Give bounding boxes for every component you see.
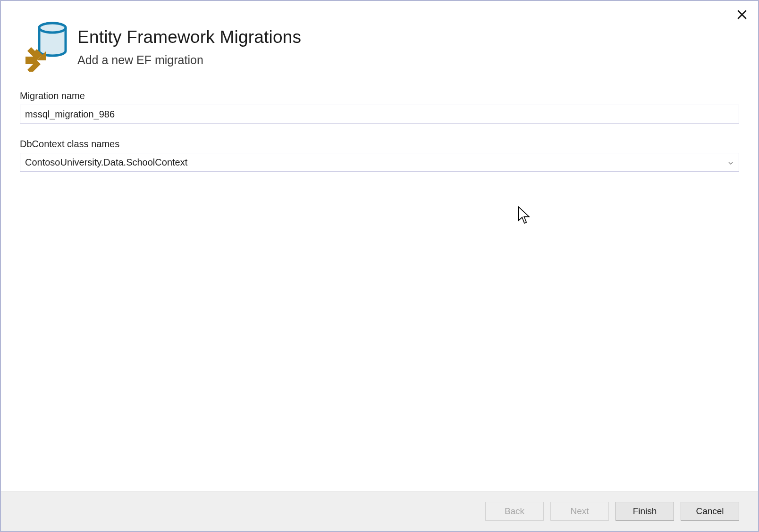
dbcontext-group: DbContext class names [20, 139, 739, 172]
next-button: Next [550, 502, 609, 521]
header-text: Entity Framework Migrations Add a new EF… [77, 20, 301, 67]
dialog-footer: Back Next Finish Cancel [1, 491, 758, 531]
dialog-title: Entity Framework Migrations [77, 27, 301, 48]
dbcontext-label: DbContext class names [20, 139, 739, 150]
ef-migration-icon [22, 20, 69, 72]
migration-name-label: Migration name [20, 91, 739, 101]
form-section: Migration name DbContext class names [1, 86, 758, 491]
dialog-subtitle: Add a new EF migration [77, 53, 301, 67]
finish-button[interactable]: Finish [616, 502, 674, 521]
svg-point-1 [39, 23, 66, 33]
dialog-header: Entity Framework Migrations Add a new EF… [1, 1, 758, 86]
migration-name-group: Migration name [20, 91, 739, 124]
migration-name-input[interactable] [20, 105, 739, 124]
dbcontext-select[interactable] [20, 153, 739, 172]
cancel-button[interactable]: Cancel [681, 502, 739, 521]
close-button[interactable] [736, 8, 748, 21]
ef-migrations-dialog: Entity Framework Migrations Add a new EF… [0, 0, 759, 532]
dbcontext-select-wrapper [20, 153, 739, 172]
close-icon [737, 10, 747, 19]
back-button: Back [485, 502, 544, 521]
